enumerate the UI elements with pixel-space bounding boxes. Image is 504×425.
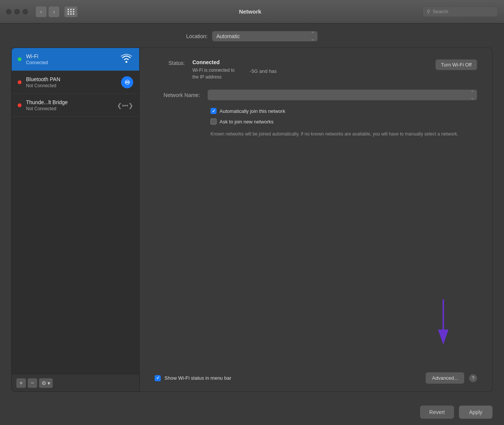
status-info: Connected Wi-Fi is connected to the IP a… [192, 59, 235, 80]
arrow-annotation [432, 299, 455, 346]
wifi-info: Wi-Fi Connected [26, 53, 115, 65]
status-dot-bluetooth [18, 80, 22, 84]
sidebar-item-bluetooth[interactable]: Bluetooth PAN Not Connected ♾ [12, 71, 139, 94]
footer: Revert Apply [0, 399, 504, 425]
thunderbolt-name: Thunde...lt Bridge [26, 99, 112, 105]
main-content: Location: Automatic ⌃⌄ Wi-Fi Connected [0, 23, 504, 399]
network-name-select-wrapper: ⌃⌄ [207, 89, 477, 100]
bluetooth-icon: ♾ [121, 76, 133, 88]
maximize-button[interactable] [23, 9, 28, 14]
titlebar: ‹ › Network ⚲ Search [0, 0, 504, 23]
window-title: Network [82, 8, 418, 15]
location-row: Location: Automatic ⌃⌄ [11, 31, 493, 42]
show-wifi-row: Show Wi-Fi status in menu bar [155, 375, 231, 381]
ask-join-checkbox[interactable] [211, 119, 217, 125]
bluetooth-info: Bluetooth PAN Not Connected [26, 76, 117, 88]
network-name-row: Network Name: ⌃⌄ [155, 89, 477, 100]
sidebar-item-wifi[interactable]: Wi-Fi Connected [12, 48, 139, 71]
grid-icon [68, 9, 75, 15]
gear-menu-button[interactable]: ⚙ ▾ [39, 378, 53, 388]
svg-point-0 [126, 61, 128, 63]
status-dot-thunderbolt [18, 103, 22, 107]
bottom-buttons: Advanced... ? [426, 372, 477, 384]
sidebar-toolbar: + − ⚙ ▾ [12, 374, 139, 391]
minimize-button[interactable] [14, 9, 20, 14]
wifi-name: Wi-Fi [26, 53, 115, 59]
auto-join-checkbox-wrapper: Automatically join this network [211, 108, 285, 114]
help-button[interactable]: ? [469, 374, 477, 382]
show-wifi-label: Show Wi-Fi status in menu bar [164, 375, 231, 381]
bluetooth-status: Not Connected [26, 83, 117, 88]
revert-button[interactable]: Revert [420, 405, 454, 419]
forward-button[interactable]: › [48, 6, 60, 17]
gear-icon: ⚙ [41, 380, 46, 386]
add-network-button[interactable]: + [16, 378, 26, 388]
back-button[interactable]: ‹ [35, 6, 47, 17]
traffic-lights [6, 9, 28, 14]
wifi-icon [120, 53, 133, 65]
auto-join-checkbox[interactable] [211, 108, 217, 114]
location-label: Location: [186, 33, 208, 39]
thunderbolt-icon: ❮•••❯ [117, 102, 133, 109]
sidebar: Wi-Fi Connected [11, 48, 140, 392]
grid-button[interactable] [64, 6, 78, 17]
location-select-wrapper: Automatic ⌃⌄ [212, 31, 318, 42]
ask-join-row: Ask to join new networks [155, 119, 477, 125]
network-name-label: Network Name: [155, 92, 200, 98]
status-row: Status: Connected Wi-Fi is connected to … [155, 59, 477, 80]
network-name-select[interactable] [207, 89, 477, 100]
search-placeholder: Search [433, 9, 448, 14]
status-value: Connected [192, 59, 235, 65]
nav-buttons: ‹ › [35, 6, 60, 17]
search-icon: ⚲ [427, 9, 430, 14]
search-bar[interactable]: ⚲ Search [423, 6, 498, 17]
bluetooth-name: Bluetooth PAN [26, 76, 117, 82]
ask-join-checkbox-wrapper: Ask to join new networks [211, 119, 274, 125]
apply-button[interactable]: Apply [459, 405, 493, 419]
detail-panel: Status: Connected Wi-Fi is connected to … [140, 48, 493, 392]
status-dot-wifi [18, 57, 22, 61]
show-wifi-checkbox[interactable] [155, 375, 161, 381]
ask-join-info: Known networks will be joined automatica… [155, 131, 477, 137]
status-extra: -5G and has [250, 68, 277, 74]
turn-wifi-off-button[interactable]: Turn Wi-Fi Off [435, 59, 477, 70]
status-field-label: Status: [155, 59, 185, 66]
ask-join-label: Ask to join new networks [220, 119, 274, 125]
status-description: Wi-Fi is connected to the IP address [192, 67, 235, 80]
thunderbolt-status: Not Connected [26, 106, 112, 111]
location-select[interactable]: Automatic [212, 31, 318, 42]
gear-chevron-icon: ▾ [48, 380, 50, 386]
close-button[interactable] [6, 9, 11, 14]
network-list: Wi-Fi Connected [12, 48, 139, 374]
auto-join-label: Automatically join this network [220, 108, 285, 114]
panel-area: Wi-Fi Connected [11, 48, 493, 392]
advanced-button[interactable]: Advanced... [426, 372, 464, 384]
sidebar-item-thunderbolt[interactable]: Thunde...lt Bridge Not Connected ❮•••❯ [12, 94, 139, 117]
auto-join-row: Automatically join this network [155, 108, 477, 114]
thunderbolt-info: Thunde...lt Bridge Not Connected [26, 99, 112, 111]
wifi-status: Connected [26, 60, 115, 65]
bottom-row: Show Wi-Fi status in menu bar Advanced..… [155, 366, 477, 384]
remove-network-button[interactable]: − [28, 378, 37, 388]
